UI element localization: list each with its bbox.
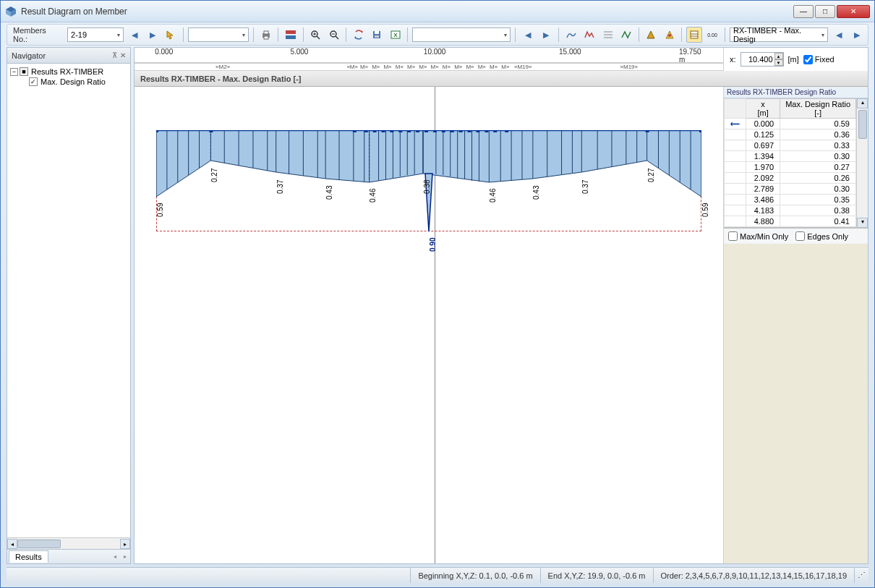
prev-member-button[interactable]: ◀	[127, 27, 142, 43]
svg-rect-94	[390, 130, 393, 132]
svg-rect-89	[209, 130, 213, 132]
table-row[interactable]: 1.3940.30	[725, 151, 856, 162]
expand-icon[interactable]: −	[10, 68, 18, 76]
results-table-header: Results RX-TIMBER Design Ratio	[724, 87, 868, 98]
loadcase-combo[interactable]	[188, 27, 249, 42]
table-row[interactable]: 0.1250.36	[725, 129, 856, 140]
filter-combo[interactable]	[412, 27, 511, 42]
table-toggle-icon[interactable]	[686, 27, 701, 43]
scroll-thumb[interactable]	[858, 110, 867, 139]
svg-rect-6	[286, 30, 296, 34]
table-row[interactable]: 4.1830.38	[725, 205, 856, 216]
pin-icon[interactable]: ⊼	[112, 51, 117, 59]
result-set-combo[interactable]: RX-TIMBER - Max. Desigı	[730, 27, 828, 42]
tab-prev-icon[interactable]: ◂	[110, 553, 120, 560]
smooth-4-icon[interactable]	[618, 27, 633, 43]
table-row[interactable]: 0.6970.33	[725, 140, 856, 151]
save-icon[interactable]	[370, 27, 385, 43]
svg-marker-16	[354, 36, 356, 39]
navigator-title: Navigator	[12, 51, 46, 60]
peak-label: 0.90	[429, 238, 437, 252]
smooth-1-icon[interactable]	[563, 27, 579, 43]
navigator-panel: Navigator ⊼ ✕ − ■ Results RX-TIMBER ✓ Ma…	[7, 47, 131, 564]
nav-last-icon[interactable]: ▶	[539, 27, 554, 43]
scroll-right-icon[interactable]: ▸	[120, 539, 130, 549]
svg-line-9	[317, 36, 320, 39]
svg-rect-95	[398, 130, 402, 132]
results-toggle-icon[interactable]	[283, 27, 298, 43]
checkbox-mixed-icon[interactable]: ■	[20, 67, 28, 76]
table-row[interactable]: 4.8800.41	[725, 216, 856, 227]
scroll-up-icon[interactable]: ▴	[857, 98, 868, 108]
zoom-out-icon[interactable]	[326, 27, 341, 43]
svg-rect-7	[286, 35, 296, 39]
value-label: 0.46	[369, 189, 377, 203]
tab-results[interactable]: Results	[9, 550, 48, 563]
svg-marker-22	[647, 31, 654, 38]
close-button[interactable]: ✕	[837, 5, 870, 18]
minimize-button[interactable]: —	[793, 5, 814, 18]
status-order: Order: 2,3,4,5,6,7,8,9,10,11,12,13,14,15…	[653, 568, 854, 583]
svg-rect-109	[699, 130, 701, 132]
navigator-close-icon[interactable]: ✕	[120, 51, 126, 59]
values-toggle-icon[interactable]: 0.00	[705, 27, 720, 43]
sync-view-icon[interactable]	[351, 27, 366, 43]
table-row[interactable]: 1.9700.27	[725, 162, 856, 173]
maxmin-checkbox[interactable]: Max/Min Only	[728, 231, 788, 241]
table-row[interactable]: 2.0920.26	[725, 173, 856, 184]
value-label: 0.59	[701, 203, 709, 217]
table-row[interactable]: 3.4860.35	[725, 195, 856, 205]
maximize-button[interactable]: □	[815, 5, 835, 18]
zoom-in-icon[interactable]	[308, 27, 323, 43]
navigator-hscroll[interactable]: ◂ ▸	[7, 537, 130, 549]
result-next-icon[interactable]: ▶	[850, 27, 865, 43]
members-combo[interactable]: 2-19	[67, 27, 124, 42]
members-label: Members No.:	[10, 26, 64, 43]
show-supports-icon[interactable]	[644, 27, 659, 43]
navigator-tabs: Results ◂ ▸	[7, 549, 130, 563]
svg-rect-104	[476, 130, 479, 132]
print-icon[interactable]	[258, 27, 273, 43]
tree-root[interactable]: − ■ Results RX-TIMBER	[10, 67, 127, 77]
table-row[interactable]: 2.7890.30	[725, 184, 856, 195]
result-prev-icon[interactable]: ◀	[831, 27, 846, 43]
status-beginning: Beginning X,Y,Z: 0.1, 0.0, -0.6 m	[410, 568, 539, 583]
titlebar: Result Diagram on Member — □ ✕	[1, 1, 874, 22]
next-member-button[interactable]: ▶	[145, 27, 160, 43]
value-label: 0.38	[423, 180, 431, 194]
spin-up-icon[interactable]: ▲	[774, 53, 783, 59]
edges-checkbox[interactable]: Edges Only	[795, 231, 848, 241]
nav-first-icon[interactable]: ◀	[520, 27, 535, 43]
smooth-2-icon[interactable]	[582, 27, 597, 43]
scroll-down-icon[interactable]: ▾	[857, 218, 868, 228]
results-table[interactable]: x[m] Max. Design Ratio[-] ⟵0.0000.590.12…	[724, 98, 856, 228]
svg-rect-100	[442, 130, 445, 132]
table-vscroll[interactable]: ▴ ▾	[856, 98, 868, 228]
checkbox-checked-icon[interactable]: ✓	[29, 77, 38, 86]
tree-item-max-design-ratio[interactable]: ✓ Max. Design Ratio	[10, 77, 127, 87]
scroll-left-icon[interactable]: ◂	[7, 539, 17, 549]
table-row[interactable]: ⟵0.0000.59	[725, 119, 856, 129]
svg-rect-96	[407, 130, 411, 132]
svg-rect-19	[375, 35, 379, 38]
member-labels: »M2» »M» M» M» M» M» M» M» M» M» M» M» M…	[135, 64, 723, 71]
window-title: Result Diagram on Member	[21, 7, 793, 17]
navigator-tree[interactable]: − ■ Results RX-TIMBER ✓ Max. Design Rati…	[7, 64, 130, 537]
smooth-3-icon[interactable]	[600, 27, 615, 43]
svg-text:X: X	[393, 32, 398, 38]
main-toolbar: Members No.: 2-19 ◀ ▶ X ◀ ▶ 0.00	[7, 24, 868, 46]
main-panel: 0.000 5.000 10.000 15.000 19.750 m »M2» …	[134, 47, 868, 564]
chart-area[interactable]: 0.59 0.27 0.37 0.43 0.46 0.38 0.46 0.43 …	[135, 87, 723, 563]
excel-export-icon[interactable]: X	[388, 27, 403, 43]
value-label: 0.37	[276, 180, 284, 194]
scroll-thumb[interactable]	[17, 540, 61, 548]
pick-member-icon[interactable]	[163, 27, 179, 43]
svg-rect-4	[264, 31, 268, 34]
fixed-checkbox[interactable]: Fixed	[803, 55, 835, 64]
resize-grip-icon[interactable]: ⋰	[854, 568, 868, 583]
svg-rect-90	[353, 130, 357, 132]
tab-next-icon[interactable]: ▸	[120, 553, 130, 560]
spin-down-icon[interactable]: ▼	[774, 59, 783, 66]
statusbar: Beginning X,Y,Z: 0.1, 0.0, -0.6 m End X,…	[7, 567, 868, 583]
show-loads-icon[interactable]	[662, 27, 677, 43]
